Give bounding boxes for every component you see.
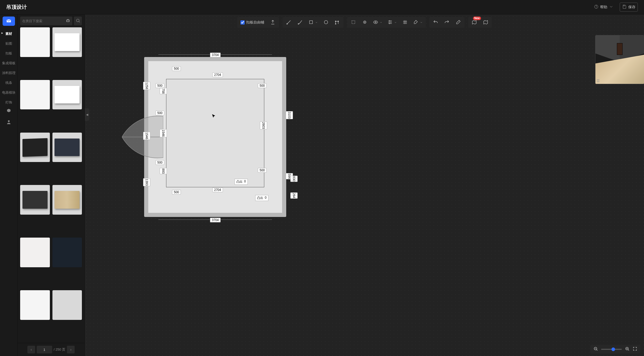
undo-icon — [433, 20, 438, 26]
zoom-out-button[interactable] — [593, 346, 598, 352]
floor-plan[interactable]: 500 2704 500 500 500 500 500 500 2704 12… — [144, 57, 286, 217]
fullscreen-icon — [633, 346, 637, 352]
material-item[interactable] — [52, 133, 82, 162]
svg-point-13 — [363, 21, 366, 23]
line-tool-button[interactable] — [284, 18, 294, 27]
cat-paint[interactable]: 涂料肌理 — [0, 68, 18, 78]
svg-point-1 — [596, 7, 596, 8]
material-grid — [18, 27, 84, 343]
rect-tool-button[interactable] — [306, 18, 320, 27]
mouse-cursor-icon — [211, 114, 216, 118]
dimension-label: 2704 — [212, 72, 223, 77]
extrude-field[interactable]: 凸出 0 — [255, 195, 268, 201]
preview-door-icon — [617, 43, 623, 55]
upload-button[interactable] — [268, 18, 278, 27]
pager: ‹ / 250 页 › — [18, 343, 84, 356]
new-badge: New — [473, 17, 481, 20]
free-lay-checkbox[interactable] — [240, 20, 245, 25]
paint-button[interactable] — [411, 18, 425, 27]
baseboard-white-icon — [55, 86, 80, 104]
material-item[interactable] — [20, 185, 50, 215]
square-icon — [308, 20, 314, 26]
hamburger-icon[interactable]: ☰ — [596, 79, 600, 83]
undo-button[interactable] — [430, 18, 441, 27]
baseboard-navy-icon — [55, 139, 80, 156]
room-3d-preview[interactable]: 房间 ☰ — [595, 35, 644, 84]
fit-screen-button[interactable] — [633, 346, 637, 352]
page-prev-button[interactable]: ‹ — [27, 346, 35, 353]
material-item[interactable] — [20, 80, 50, 110]
search-button[interactable] — [74, 17, 82, 25]
category-list: 素材 贴图 扣板 集成墙板 涂料肌理 线条 电器模块 灯饰 — [0, 29, 18, 107]
material-item[interactable] — [20, 290, 50, 320]
extrude-field[interactable]: 凸出 0 — [235, 179, 248, 185]
preview-button[interactable] — [360, 18, 370, 27]
baseboard-wood-icon — [55, 191, 80, 209]
dimension-label: 500 — [258, 83, 267, 88]
page-next-button[interactable]: › — [67, 346, 75, 353]
svg-rect-12 — [352, 21, 355, 24]
svg-point-14 — [364, 22, 365, 22]
zoom-in-icon — [625, 346, 630, 352]
rail-user-button[interactable] — [6, 119, 11, 125]
chevron-down-icon — [420, 20, 423, 25]
cat-light[interactable]: 灯饰 — [0, 98, 18, 107]
extrude-label: 凸出 — [257, 196, 263, 200]
grid-button[interactable] — [400, 18, 410, 27]
dimension-label: 3103 — [286, 111, 293, 119]
cat-line[interactable]: 线条 — [0, 78, 18, 88]
free-lay-toggle[interactable]: 扣板自由铺 — [238, 18, 267, 27]
material-item[interactable] — [20, 133, 50, 162]
eraser-button[interactable] — [453, 18, 463, 27]
svg-point-9 — [335, 23, 336, 24]
material-item[interactable] — [20, 238, 50, 267]
free-lay-label: 扣板自由铺 — [246, 20, 264, 25]
map-button-1[interactable]: New — [469, 18, 479, 27]
map-button-2[interactable] — [480, 18, 491, 27]
save-label: 保存 — [628, 5, 635, 10]
canvas-toolbar: 扣板自由铺 Ne — [237, 17, 492, 28]
cat-panel[interactable]: 扣板 — [0, 48, 18, 58]
page-title: 吊顶设计 — [6, 4, 27, 11]
page-input[interactable] — [37, 346, 52, 353]
baseboard-white-icon — [55, 33, 80, 51]
dimension-label: 500 — [156, 111, 164, 115]
align-button[interactable] — [385, 18, 399, 27]
material-item[interactable] — [52, 238, 82, 267]
material-item[interactable] — [20, 27, 50, 57]
help-button[interactable]: 帮助 — [592, 3, 616, 11]
select-icon — [351, 20, 356, 26]
cat-wallboard[interactable]: 集成墙板 — [0, 58, 18, 68]
visibility-button[interactable] — [371, 18, 384, 27]
dimension-label: 1258 — [143, 82, 150, 90]
material-item[interactable] — [52, 185, 82, 215]
select-area-button[interactable] — [348, 18, 359, 27]
material-item[interactable] — [52, 290, 82, 320]
door-swing — [122, 111, 163, 163]
cat-electric[interactable]: 电器模块 — [0, 88, 18, 98]
material-item[interactable] — [52, 80, 82, 110]
dimension-label: 500 — [172, 66, 181, 71]
zoom-slider[interactable] — [601, 349, 622, 350]
cat-texture[interactable]: 贴图 — [0, 39, 18, 48]
dimension-label: 758 — [160, 88, 167, 94]
chevron-down-icon — [315, 20, 318, 25]
cat-material[interactable]: 素材 — [0, 29, 18, 39]
save-icon — [622, 4, 627, 10]
search-input[interactable] — [22, 19, 66, 23]
rail-cube-button[interactable] — [6, 108, 11, 114]
envelope-icon — [6, 18, 12, 25]
canvas[interactable]: 扣板自由铺 Ne — [85, 14, 644, 356]
panel-collapse-handle[interactable]: ◀ — [85, 108, 89, 121]
camera-icon[interactable] — [66, 18, 70, 24]
rail-mail-button[interactable] — [3, 17, 15, 26]
curve-tool-button[interactable] — [295, 18, 305, 27]
material-item[interactable] — [52, 27, 82, 57]
zoom-in-button[interactable] — [625, 346, 630, 352]
ceiling-region[interactable] — [166, 79, 264, 187]
save-button[interactable]: 保存 — [620, 3, 638, 12]
circle-tool-button[interactable] — [321, 18, 331, 27]
redo-button[interactable] — [442, 18, 452, 27]
extrude-value: 0 — [244, 180, 246, 184]
path-tool-button[interactable] — [332, 18, 343, 27]
